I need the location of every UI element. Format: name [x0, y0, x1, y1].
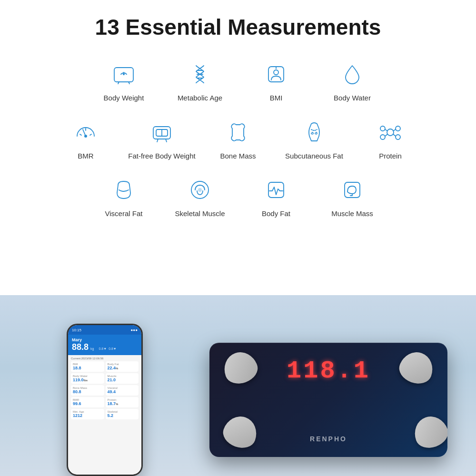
phone-stats-row-5: Met. Age 1212 Skeletal 5.2 [71, 409, 139, 419]
phone-stat-muscle: Muscle 21.0 [106, 373, 139, 384]
phone-stats-row-2: Body Water 119.0lbs Muscle 21.0 [71, 373, 139, 384]
scale-pad-bottom-right [410, 412, 447, 452]
phone-stats-row-1: BMI 18.8 Body Fat 22.4% [71, 361, 139, 372]
measurement-item-metabolic-age: Metabolic Age [162, 54, 238, 108]
measurement-item-visceral-fat: Visceral Fat [86, 170, 162, 223]
muscle-circle-icon [185, 175, 215, 205]
phone-stat-bmr2: BMR 99.6 [71, 397, 104, 407]
body-weight-label: Body Weight [104, 93, 144, 103]
phone-time: 10:15 [72, 328, 81, 332]
phone-stat-visceral: Visceral 49.4 [106, 385, 139, 396]
phone-screen: 10:15 ●●● Mary 88.8 kg 0.8▼ 0.8▼ Current… [68, 325, 141, 475]
phone-stat-bmi: BMI 18.8 [71, 361, 104, 372]
fat-free-label: Fat-free Body Weight [128, 151, 195, 161]
svg-line-26 [393, 134, 396, 136]
svg-point-9 [84, 135, 87, 138]
scale-pad-bottom-left [219, 412, 261, 452]
page-title: 13 Essential Measurements [19, 14, 457, 40]
protein-label: Protein [379, 151, 402, 161]
phone-stats-row-3: Bone Mass 80.8 Visceral 49.4 [71, 385, 139, 396]
svg-point-28 [198, 188, 202, 192]
dna-icon [185, 59, 215, 89]
subcutaneous-fat-label: Subcutaneous Fat [285, 151, 343, 161]
phone-status-bar: 10:15 ●●● [68, 325, 141, 335]
scale-inner: 118.1 RENPHO [209, 343, 447, 457]
measurement-row-1: Body Weight Metabolic Age [19, 54, 457, 108]
phone-weight: 88.8 [72, 342, 89, 352]
gauge-icon [70, 117, 101, 148]
scale-icon [109, 59, 139, 89]
svg-point-6 [274, 70, 278, 75]
svg-line-11 [90, 134, 91, 135]
svg-rect-29 [268, 182, 284, 198]
svg-point-19 [380, 126, 385, 131]
phone-body: Current:2023/09 12:06:56 BMI 18.8 Body F… [68, 355, 141, 475]
svg-point-17 [315, 132, 317, 134]
phone-stat-bone: Bone Mass 80.8 [71, 385, 104, 396]
phone-tag2: 0.8▼ [109, 347, 117, 350]
arm-icon [337, 175, 367, 205]
phone-stat-protein2: Protein 18.7% [106, 397, 139, 407]
drop-icon [337, 59, 367, 89]
svg-line-25 [385, 134, 387, 136]
svg-point-18 [387, 129, 394, 136]
svg-point-22 [396, 135, 400, 139]
measurement-item-skeletal-muscle: Skeletal Muscle [162, 170, 238, 223]
phone-stat-skeletal: Skeletal 5.2 [106, 409, 139, 419]
scale-pad-top-left [219, 347, 261, 388]
phone-user: Mary [72, 337, 138, 342]
scale2-icon [147, 117, 177, 148]
svg-line-10 [80, 134, 81, 135]
svg-point-16 [311, 132, 313, 134]
torso-icon [299, 117, 329, 148]
measurement-item-protein: Protein [352, 112, 428, 166]
measurement-item-body-water: Body Water [314, 54, 390, 108]
measurement-item-bmi: BMI [238, 54, 314, 108]
molecule-icon [375, 117, 406, 148]
scale-pad-top-right [396, 347, 437, 388]
phone-header: Mary 88.8 kg 0.8▼ 0.8▼ [68, 335, 141, 355]
measurement-item-bmr: BMR [48, 112, 124, 166]
phone-date: Current:2023/09 12:06:56 [71, 357, 139, 360]
measurement-item-body-fat: Body Fat [238, 170, 314, 223]
phone-stat-body-water2: Body Water 119.0lbs [71, 373, 104, 384]
bone-icon [223, 117, 253, 148]
svg-line-23 [385, 129, 387, 131]
bmi-icon [261, 59, 291, 89]
svg-point-21 [380, 135, 385, 139]
skeletal-muscle-label: Skeletal Muscle [175, 209, 225, 218]
measurement-item-body-weight: Body Weight [86, 54, 162, 108]
visceral-fat-label: Visceral Fat [105, 209, 143, 218]
phone-tag1: 0.8▼ [99, 347, 107, 350]
bmr-label: BMR [78, 151, 93, 161]
phone-stat-metabolic: Met. Age 1212 [71, 409, 104, 419]
heartbeat-icon [261, 175, 291, 205]
body-fat-label: Body Fat [262, 209, 290, 218]
bmi-label: BMI [270, 93, 283, 103]
top-section: 13 Essential Measurements Body Weight [0, 0, 476, 295]
measurement-row-2: BMR Fat-free Body Weight [19, 112, 457, 166]
phone-stats-row-4: BMR 99.6 Protein 18.7% [71, 397, 139, 407]
scale-mockup: 118.1 RENPHO [209, 343, 447, 457]
scale-brand: RENPHO [310, 435, 347, 443]
body-water-label: Body Water [334, 93, 371, 103]
svg-line-24 [393, 129, 396, 131]
phone-mockup: 10:15 ●●● Mary 88.8 kg 0.8▼ 0.8▼ Current… [67, 324, 143, 476]
measurements-grid: Body Weight Metabolic Age [19, 54, 457, 223]
measurement-row-3: Visceral Fat Skeletal Muscle [19, 170, 457, 223]
measurement-item-fat-free: Fat-free Body Weight [124, 112, 200, 166]
bottom-section: 10:15 ●●● Mary 88.8 kg 0.8▼ 0.8▼ Current… [0, 295, 476, 476]
measurement-item-bone-mass: Bone Mass [200, 112, 276, 166]
metabolic-age-label: Metabolic Age [178, 93, 222, 103]
scale-display: 118.1 [287, 357, 370, 385]
muscle-mass-label: Muscle Mass [331, 209, 373, 218]
bone-mass-label: Bone Mass [220, 151, 256, 161]
belly-icon [109, 175, 139, 205]
phone-unit: kg [90, 347, 94, 350]
phone-stat-body-fat-pct: Body Fat 22.4% [106, 361, 139, 372]
measurement-item-muscle-mass: Muscle Mass [314, 170, 390, 223]
svg-point-20 [396, 126, 400, 131]
measurement-item-subcutaneous-fat: Subcutaneous Fat [276, 112, 352, 166]
